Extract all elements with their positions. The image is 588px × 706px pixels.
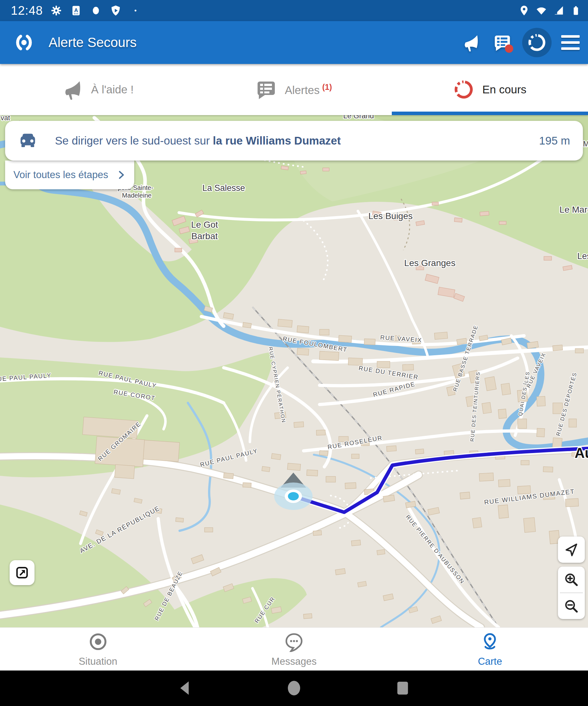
ongoing-alert-spinner-button[interactable] (522, 28, 552, 57)
svg-text:La Salesse: La Salesse (202, 183, 245, 193)
all-steps-label: Voir toutes les étapes (13, 169, 108, 181)
gear-icon (50, 4, 62, 17)
svg-text:Madeleine: Madeleine (122, 192, 152, 199)
circle-notification-icon (89, 4, 102, 17)
nav-item-messages[interactable]: Messages (196, 628, 392, 670)
svg-text:Les Granges: Les Granges (404, 258, 455, 268)
nav-item-carte[interactable]: Carte (392, 628, 588, 670)
svg-text:Barbat: Barbat (192, 231, 218, 241)
messages-button[interactable] (491, 31, 514, 54)
progress-ring-icon (454, 79, 474, 100)
fullscreen-button[interactable] (10, 560, 35, 585)
svg-text:Le Marc: Le Marc (559, 205, 588, 214)
navigation-arrow-icon (563, 541, 580, 558)
android-back-button[interactable] (131, 679, 240, 697)
zoom-controls (558, 566, 585, 619)
bottom-navigation: Situation Messages Carte (0, 627, 588, 670)
alert-list-icon (256, 79, 277, 100)
location-active-icon (518, 4, 531, 17)
svg-text:Les: Les (577, 251, 588, 261)
translate-app-icon: A (70, 4, 82, 17)
navigation-instruction-card[interactable]: Se diriger vers le sud-ouest sur la rue … (5, 121, 583, 160)
tab-bar: À l'aide ! Alertes(1) En cours (0, 64, 588, 115)
cell-signal-icon (552, 4, 565, 17)
dot-notification-icon (129, 4, 142, 17)
app-bar: Alerte Secours (0, 21, 588, 64)
battery-icon (570, 4, 582, 17)
shield-play-icon (109, 4, 122, 17)
map-svg: RUE FOULOMBERTRUE VAVEIXRUE DU TERRIERRU… (0, 115, 588, 627)
android-navigation-bar (0, 670, 588, 706)
recenter-button[interactable] (558, 537, 585, 563)
instruction-distance: 195 m (539, 134, 570, 147)
svg-text:Le Grand: Le Grand (343, 115, 374, 120)
wifi-icon (535, 4, 548, 17)
situation-target-icon (88, 631, 108, 652)
messages-bubble-icon (284, 631, 304, 652)
page-title: Alerte Secours (49, 35, 136, 50)
menu-button[interactable] (561, 35, 580, 50)
android-home-button[interactable] (240, 679, 348, 697)
alerte-secours-logo-icon (13, 32, 35, 53)
zoom-out-button[interactable] (558, 593, 585, 619)
chevron-right-icon (116, 170, 126, 180)
alert-count-badge: (1) (322, 82, 332, 91)
instruction-text: Se diriger vers le sud-ouest sur la rue … (55, 134, 341, 147)
tab-label: Alertes(1) (285, 82, 332, 96)
svg-text:vat: vat (1, 115, 10, 122)
tab-label: En cours (482, 83, 526, 96)
megaphone-button[interactable] (460, 31, 482, 54)
active-tab-indicator (392, 112, 588, 115)
svg-text:Au: Au (575, 445, 588, 461)
all-steps-button[interactable]: Voir toutes les étapes (5, 160, 134, 189)
svg-text:M: M (583, 140, 588, 148)
clock: 12:48 (11, 4, 43, 17)
svg-text:Les Buiges: Les Buiges (369, 211, 413, 221)
zoom-in-button[interactable] (558, 566, 585, 592)
car-icon (18, 131, 37, 150)
zoom-out-icon (563, 598, 580, 615)
megaphone-icon (62, 79, 83, 100)
tab-label: À l'aide ! (91, 83, 134, 96)
instruction-road-name: la rue Williams Dumazet (213, 134, 341, 147)
unread-badge-dot (505, 44, 513, 53)
svg-text:Le Got: Le Got (191, 220, 218, 230)
open-external-icon (14, 565, 30, 580)
svg-text:A: A (74, 7, 78, 13)
android-recents-button[interactable] (348, 679, 457, 697)
status-bar: 12:48 A (0, 0, 588, 21)
map-pin-icon (480, 631, 500, 652)
tab-en-cours[interactable]: En cours (392, 64, 588, 115)
nav-item-situation[interactable]: Situation (0, 628, 196, 670)
tab-alertes[interactable]: Alertes(1) (196, 64, 392, 115)
zoom-in-icon (563, 572, 580, 588)
map-canvas[interactable]: RUE FOULOMBERTRUE VAVEIXRUE DU TERRIERRU… (0, 115, 588, 627)
tab-a-laide[interactable]: À l'aide ! (0, 64, 196, 115)
